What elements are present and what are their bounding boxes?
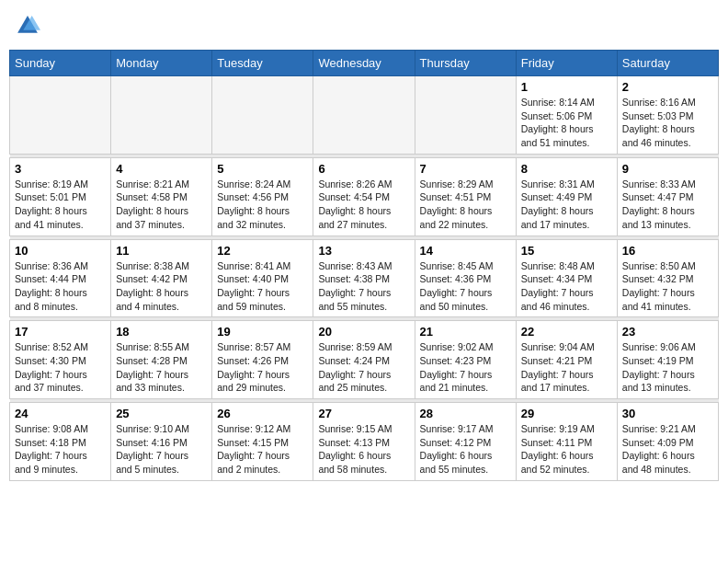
day-detail: Sunrise: 8:41 AMSunset: 4:40 PMDaylight:…	[217, 259, 308, 314]
page-header	[9, 9, 719, 42]
day-detail: Sunrise: 8:38 AMSunset: 4:42 PMDaylight:…	[116, 259, 207, 314]
day-number: 9	[622, 162, 713, 176]
day-detail: Sunrise: 8:36 AMSunset: 4:44 PMDaylight:…	[15, 259, 106, 314]
day-number: 27	[318, 407, 409, 420]
calendar-week-row: 1Sunrise: 8:14 AMSunset: 5:06 PMDaylight…	[10, 76, 719, 155]
calendar-cell: 14Sunrise: 8:45 AMSunset: 4:36 PMDayligh…	[415, 239, 516, 317]
calendar-week-row: 3Sunrise: 8:19 AMSunset: 5:01 PMDaylight…	[10, 157, 719, 236]
day-detail: Sunrise: 9:02 AMSunset: 4:23 PMDaylight:…	[420, 340, 511, 395]
day-number: 29	[521, 407, 612, 420]
calendar-cell: 27Sunrise: 9:15 AMSunset: 4:13 PMDayligh…	[313, 403, 415, 481]
calendar-cell: 21Sunrise: 9:02 AMSunset: 4:23 PMDayligh…	[415, 321, 516, 399]
calendar-cell: 29Sunrise: 9:19 AMSunset: 4:11 PMDayligh…	[516, 403, 617, 481]
calendar-cell: 30Sunrise: 9:21 AMSunset: 4:09 PMDayligh…	[617, 403, 718, 481]
day-number: 13	[318, 244, 409, 258]
day-of-week-header: Tuesday	[212, 51, 313, 76]
day-detail: Sunrise: 8:26 AMSunset: 4:54 PMDaylight:…	[318, 178, 409, 232]
day-number: 30	[622, 407, 713, 420]
day-detail: Sunrise: 8:59 AMSunset: 4:24 PMDaylight:…	[318, 340, 409, 395]
calendar-cell	[10, 76, 111, 155]
calendar-cell: 22Sunrise: 9:04 AMSunset: 4:21 PMDayligh…	[516, 321, 617, 399]
calendar-header-row: SundayMondayTuesdayWednesdayThursdayFrid…	[10, 51, 719, 76]
calendar-cell: 5Sunrise: 8:24 AMSunset: 4:56 PMDaylight…	[212, 157, 313, 236]
calendar-cell: 11Sunrise: 8:38 AMSunset: 4:42 PMDayligh…	[111, 239, 212, 317]
day-detail: Sunrise: 9:08 AMSunset: 4:18 PMDaylight:…	[15, 422, 106, 477]
day-detail: Sunrise: 8:19 AMSunset: 5:01 PMDaylight:…	[15, 178, 106, 232]
calendar-cell: 2Sunrise: 8:16 AMSunset: 5:03 PMDaylight…	[617, 76, 718, 155]
calendar-cell: 8Sunrise: 8:31 AMSunset: 4:49 PMDaylight…	[516, 157, 617, 236]
day-detail: Sunrise: 8:48 AMSunset: 4:34 PMDaylight:…	[521, 259, 612, 314]
day-detail: Sunrise: 9:21 AMSunset: 4:09 PMDaylight:…	[622, 422, 713, 477]
day-detail: Sunrise: 8:50 AMSunset: 4:32 PMDaylight:…	[622, 259, 713, 314]
day-detail: Sunrise: 8:52 AMSunset: 4:30 PMDaylight:…	[15, 340, 106, 395]
calendar-table: SundayMondayTuesdayWednesdayThursdayFrid…	[9, 50, 719, 481]
day-number: 28	[420, 407, 511, 420]
day-number: 16	[622, 244, 713, 258]
day-detail: Sunrise: 9:17 AMSunset: 4:12 PMDaylight:…	[420, 422, 511, 477]
day-detail: Sunrise: 8:45 AMSunset: 4:36 PMDaylight:…	[420, 259, 511, 314]
day-detail: Sunrise: 9:06 AMSunset: 4:19 PMDaylight:…	[622, 340, 713, 395]
day-number: 8	[521, 162, 612, 176]
logo	[15, 13, 44, 39]
calendar-cell	[313, 76, 415, 155]
day-of-week-header: Thursday	[415, 51, 516, 76]
calendar-cell: 7Sunrise: 8:29 AMSunset: 4:51 PMDaylight…	[415, 157, 516, 236]
calendar-cell: 23Sunrise: 9:06 AMSunset: 4:19 PMDayligh…	[617, 321, 718, 399]
day-number: 5	[217, 162, 308, 176]
day-number: 10	[15, 244, 106, 258]
day-number: 26	[217, 407, 308, 420]
calendar-cell: 18Sunrise: 8:55 AMSunset: 4:28 PMDayligh…	[111, 321, 212, 399]
day-detail: Sunrise: 8:55 AMSunset: 4:28 PMDaylight:…	[116, 340, 207, 395]
calendar-cell: 13Sunrise: 8:43 AMSunset: 4:38 PMDayligh…	[313, 239, 415, 317]
day-detail: Sunrise: 9:12 AMSunset: 4:15 PMDaylight:…	[217, 422, 308, 477]
calendar-week-row: 24Sunrise: 9:08 AMSunset: 4:18 PMDayligh…	[10, 403, 719, 481]
day-number: 7	[420, 162, 511, 176]
day-detail: Sunrise: 8:21 AMSunset: 4:58 PMDaylight:…	[116, 178, 207, 232]
day-number: 12	[217, 244, 308, 258]
day-detail: Sunrise: 8:16 AMSunset: 5:03 PMDaylight:…	[622, 96, 713, 150]
day-number: 3	[15, 162, 106, 176]
calendar-cell: 16Sunrise: 8:50 AMSunset: 4:32 PMDayligh…	[617, 239, 718, 317]
day-detail: Sunrise: 9:10 AMSunset: 4:16 PMDaylight:…	[116, 422, 207, 477]
day-number: 19	[217, 325, 308, 339]
day-of-week-header: Saturday	[617, 51, 718, 76]
day-number: 4	[116, 162, 207, 176]
day-number: 24	[15, 407, 106, 420]
calendar-cell: 15Sunrise: 8:48 AMSunset: 4:34 PMDayligh…	[516, 239, 617, 317]
logo-icon	[15, 13, 40, 39]
calendar-cell: 4Sunrise: 8:21 AMSunset: 4:58 PMDaylight…	[111, 157, 212, 236]
calendar-cell: 20Sunrise: 8:59 AMSunset: 4:24 PMDayligh…	[313, 321, 415, 399]
calendar-cell: 9Sunrise: 8:33 AMSunset: 4:47 PMDaylight…	[617, 157, 718, 236]
day-number: 17	[15, 325, 106, 339]
calendar-cell	[111, 76, 212, 155]
calendar-cell	[212, 76, 313, 155]
day-detail: Sunrise: 9:19 AMSunset: 4:11 PMDaylight:…	[521, 422, 612, 477]
day-detail: Sunrise: 8:43 AMSunset: 4:38 PMDaylight:…	[318, 259, 409, 314]
day-number: 11	[116, 244, 207, 258]
calendar-week-row: 10Sunrise: 8:36 AMSunset: 4:44 PMDayligh…	[10, 239, 719, 317]
calendar-cell: 10Sunrise: 8:36 AMSunset: 4:44 PMDayligh…	[10, 239, 111, 317]
day-detail: Sunrise: 8:29 AMSunset: 4:51 PMDaylight:…	[420, 178, 511, 232]
calendar-cell: 19Sunrise: 8:57 AMSunset: 4:26 PMDayligh…	[212, 321, 313, 399]
day-detail: Sunrise: 8:57 AMSunset: 4:26 PMDaylight:…	[217, 340, 308, 395]
day-detail: Sunrise: 8:33 AMSunset: 4:47 PMDaylight:…	[622, 178, 713, 232]
day-detail: Sunrise: 9:04 AMSunset: 4:21 PMDaylight:…	[521, 340, 612, 395]
calendar-cell: 26Sunrise: 9:12 AMSunset: 4:15 PMDayligh…	[212, 403, 313, 481]
calendar-cell: 3Sunrise: 8:19 AMSunset: 5:01 PMDaylight…	[10, 157, 111, 236]
day-number: 25	[116, 407, 207, 420]
day-number: 1	[521, 80, 612, 94]
calendar-week-row: 17Sunrise: 8:52 AMSunset: 4:30 PMDayligh…	[10, 321, 719, 399]
day-number: 21	[420, 325, 511, 339]
calendar-cell: 17Sunrise: 8:52 AMSunset: 4:30 PMDayligh…	[10, 321, 111, 399]
day-of-week-header: Friday	[516, 51, 617, 76]
day-number: 22	[521, 325, 612, 339]
day-number: 20	[318, 325, 409, 339]
calendar-cell: 12Sunrise: 8:41 AMSunset: 4:40 PMDayligh…	[212, 239, 313, 317]
calendar-cell: 28Sunrise: 9:17 AMSunset: 4:12 PMDayligh…	[415, 403, 516, 481]
day-of-week-header: Sunday	[10, 51, 111, 76]
calendar-cell: 6Sunrise: 8:26 AMSunset: 4:54 PMDaylight…	[313, 157, 415, 236]
calendar-cell: 1Sunrise: 8:14 AMSunset: 5:06 PMDaylight…	[516, 76, 617, 155]
day-detail: Sunrise: 8:31 AMSunset: 4:49 PMDaylight:…	[521, 178, 612, 232]
calendar-cell: 25Sunrise: 9:10 AMSunset: 4:16 PMDayligh…	[111, 403, 212, 481]
day-of-week-header: Monday	[111, 51, 212, 76]
